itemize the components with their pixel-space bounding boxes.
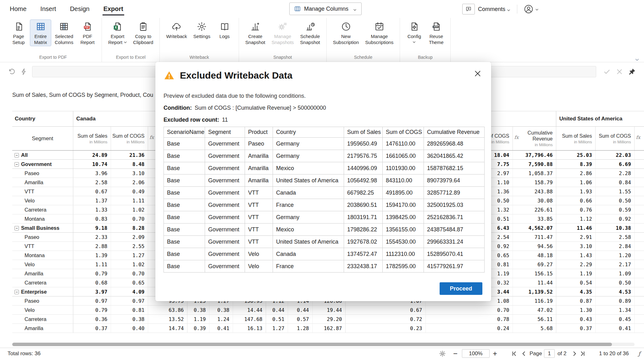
top-bar: HomeInsertDesignExport Manage Columns Co…	[0, 0, 644, 18]
excluded-cell: Government	[205, 236, 245, 248]
logs-button[interactable]: Logs	[214, 20, 235, 40]
zoom-level[interactable]: 100%	[462, 349, 490, 358]
row-label[interactable]: Paseo	[12, 233, 73, 242]
quick-action-icon[interactable]	[20, 68, 28, 75]
value-cell: 0.57	[288, 315, 312, 324]
selected-columns-button[interactable]: SelectedColumns	[52, 20, 76, 46]
scrollbar-thumb[interactable]	[12, 343, 612, 346]
row-label[interactable]: Paseo	[12, 169, 73, 178]
row-label[interactable]: Velo	[12, 196, 73, 205]
row-label[interactable]: VTT	[12, 242, 73, 251]
collapse-icon[interactable]	[14, 153, 19, 157]
excluded-cell: Amarilla	[245, 150, 273, 162]
row-label[interactable]: Paseo	[12, 296, 73, 306]
excluded-cell: Government	[205, 187, 245, 199]
ribbon-group-export-to-excel: XExportReportCopy toClipboardExport to E…	[102, 18, 160, 62]
value-cell: 0.44	[266, 306, 288, 315]
first-page-button[interactable]	[511, 348, 517, 359]
create-snapshot-button[interactable]: CreateSnapshot	[243, 20, 268, 46]
manage-subscriptions-button[interactable]: ManageSubscriptions	[363, 20, 396, 46]
cancel-icon[interactable]	[616, 68, 623, 75]
row-label[interactable]: Amarilla	[12, 178, 73, 187]
config-button[interactable]: Config	[404, 20, 425, 44]
value-cell: 2.17	[595, 260, 634, 269]
manage-columns-button[interactable]: Manage Columns	[289, 3, 362, 15]
last-page-button[interactable]	[580, 348, 586, 359]
excluded-cell: Mexico	[273, 162, 344, 174]
collapse-icon[interactable]	[14, 226, 19, 230]
tab-home[interactable]: Home	[10, 0, 26, 18]
prev-page-button[interactable]	[521, 348, 527, 359]
value-cell: 0.72	[345, 315, 425, 324]
close-button[interactable]	[474, 69, 482, 78]
value-cell: 0.41	[595, 324, 634, 333]
page-number-input[interactable]: 1	[544, 349, 555, 358]
value-cell: 0.70	[111, 269, 148, 278]
manage-subscriptions-label: ManageSubscriptions	[365, 33, 393, 45]
row-label[interactable]: Carretera	[12, 205, 73, 214]
settings-button[interactable]: Settings	[191, 20, 213, 40]
zoom-out-button[interactable]	[453, 348, 458, 359]
row-label[interactable]: Small Business	[12, 224, 73, 233]
country-group-header-united-states-of-america: United States of America	[556, 111, 644, 127]
gear-icon	[197, 21, 207, 32]
row-label[interactable]: Montana	[12, 251, 73, 260]
value-cell	[634, 287, 644, 296]
value-cell: 4.09	[111, 287, 148, 296]
value-cell: 1.43	[556, 251, 595, 260]
tab-export[interactable]: Export	[103, 0, 123, 18]
row-label[interactable]: Government	[12, 160, 73, 169]
row-label[interactable]: Velo	[12, 306, 73, 315]
fx-icon: fx	[514, 135, 519, 140]
row-label[interactable]: All	[12, 151, 73, 160]
export-report-button[interactable]: XExportReport	[106, 20, 129, 46]
pdf-report-button[interactable]: PDFPDFReport	[77, 20, 98, 46]
undo-icon[interactable]	[8, 68, 16, 75]
table-settings-icon[interactable]	[439, 348, 446, 359]
row-label[interactable]: Amarilla	[12, 324, 73, 333]
next-page-button[interactable]	[571, 348, 578, 359]
accept-icon[interactable]	[603, 68, 611, 75]
schedule-snapshot-button[interactable]: ScheduleSnapshot	[297, 20, 322, 46]
writeback-label: Writeback	[166, 33, 187, 39]
ribbon-group-label: Snapshot	[241, 54, 325, 62]
profile-button[interactable]	[524, 4, 539, 14]
entire-matrix-button[interactable]: EntireMatrix	[30, 20, 51, 46]
zoom-in-button[interactable]	[493, 348, 497, 359]
value-cell: 0.49	[111, 187, 148, 196]
row-label[interactable]: VTT	[12, 187, 73, 196]
tab-insert[interactable]: Insert	[40, 0, 56, 18]
tab-design[interactable]: Design	[70, 0, 89, 18]
comments-button[interactable]: Comments	[478, 6, 511, 13]
calendar-icon	[374, 21, 385, 32]
row-label[interactable]: Velo	[12, 260, 73, 269]
value-cell: 0.92	[595, 214, 634, 224]
row-label[interactable]: Carretera	[12, 315, 73, 324]
pin-icon[interactable]	[628, 68, 636, 75]
excluded-row: BaseGovernmentVTTCanada667982.25491895.0…	[164, 187, 485, 199]
page-setup-button[interactable]: PageSetup	[8, 20, 29, 46]
value-cell: 0.38	[111, 315, 148, 324]
reuse-theme-button[interactable]: JSONReuseTheme	[426, 20, 447, 46]
collapse-icon[interactable]	[14, 162, 19, 167]
copy-to-clipboard-button[interactable]: Copy toClipboard	[130, 20, 156, 46]
manage-snapshots-button[interactable]: ManageSnapshots	[269, 20, 296, 46]
new-subscription-button[interactable]: NewSubscription	[330, 20, 362, 46]
value-cell: 6.69	[595, 160, 634, 169]
json-doc-icon: JSON	[431, 21, 441, 32]
row-label[interactable]: Enterprise	[12, 287, 73, 296]
ribbon-collapse-icon[interactable]	[634, 57, 640, 62]
dialog-col-product: Product	[245, 127, 273, 138]
row-label[interactable]: Montana	[12, 214, 73, 224]
row-label[interactable]: Amarilla	[12, 269, 73, 278]
add-comment-button[interactable]	[462, 4, 475, 14]
excel-export-icon: X	[112, 21, 123, 32]
collapse-icon[interactable]	[14, 290, 19, 294]
horizontal-scrollbar[interactable]	[12, 343, 635, 346]
excluded-cell: Government	[205, 150, 245, 162]
writeback-button[interactable]: Writeback	[164, 20, 189, 40]
value-cell: 2.88	[73, 242, 111, 251]
row-label[interactable]: Carretera	[12, 278, 73, 287]
value-cell: 0.67	[345, 306, 425, 315]
proceed-button[interactable]: Proceed	[440, 282, 482, 295]
